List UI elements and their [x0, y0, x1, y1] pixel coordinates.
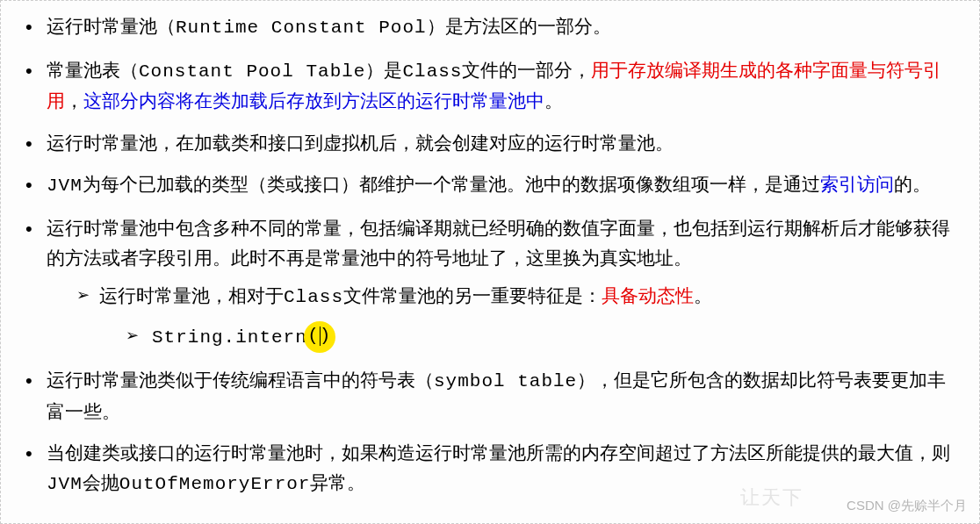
text-segment: 运行时常量池，在加载类和接口到虚拟机后，就会创建对应的运行时常量池。 [47, 133, 674, 153]
text-segment: JVM [47, 474, 83, 494]
bullet-item: 运行时常量池，在加载类和接口到虚拟机后，就会创建对应的运行时常量池。 [18, 128, 962, 158]
text-cursor [320, 327, 321, 346]
text-segment: 当创建类或接口的运行时常量池时，如果构造运行时常量池所需的内存空间超过了方法区所… [47, 442, 950, 463]
bullet-list: 运行时常量池（Runtime Constant Pool）是方法区的一部分。常量… [18, 11, 962, 499]
text-segment: 运行时常量池，相对于 [99, 285, 284, 305]
text-segment: OutOfMemoryError [119, 474, 311, 494]
sub-bullet-item: 运行时常量池，相对于Class文件常量池的另一重要特征是：具备动态性。Strin… [47, 281, 962, 353]
bullet-item: JVM为每个已加载的类型（类或接口）都维护一个常量池。池中的数据项像数组项一样，… [18, 169, 962, 201]
text-segment: JVM [47, 176, 83, 196]
bullet-item: 运行时常量池（Runtime Constant Pool）是方法区的一部分。 [18, 11, 962, 43]
text-segment: 。 [544, 90, 563, 111]
text-segment: ）是 [365, 60, 402, 80]
text-segment: 为每个已加载的类型（类或接口）都维护一个常量池。池中的数据项像数组项一样，是通过 [83, 174, 820, 194]
text-segment: 运行时常量池中包含多种不同的常量，包括编译期就已经明确的数值字面量，也包括到运行… [47, 218, 950, 268]
text-segment: 具备动态性 [602, 285, 694, 305]
bullet-item: 运行时常量池中包含多种不同的常量，包括编译期就已经明确的数值字面量，也包括到运行… [18, 213, 962, 353]
sub-sub-bullet-item: String.intern() [99, 321, 962, 353]
text-segment: 索引访问 [820, 174, 894, 194]
watermark-csdn: CSDN @先赊半个月 [847, 495, 967, 516]
text-segment: 常量池表（ [47, 60, 139, 80]
text-segment: 文件常量池的另一重要特征是： [343, 285, 602, 305]
text-segment: ， [65, 90, 83, 111]
text-segment: ）是方法区的一部分。 [427, 16, 611, 36]
text-segment: Runtime Constant Pool [176, 18, 427, 38]
text-segment: 会抛 [83, 472, 119, 492]
text-segment: 异常。 [310, 472, 365, 492]
code-text: String.intern [152, 327, 307, 348]
text-segment: 的。 [894, 174, 931, 194]
text-segment: symbol table [434, 371, 577, 391]
text-segment: 运行时常量池（ [47, 16, 176, 36]
watermark-faint: 让天下 [740, 482, 803, 513]
text-segment: 文件的一部分， [462, 60, 591, 80]
bullet-item: 运行时常量池类似于传统编程语言中的符号表（symbol table），但是它所包… [18, 365, 962, 426]
text-segment: 运行时常量池类似于传统编程语言中的符号表（ [47, 370, 434, 390]
sub-sub-list: String.intern() [99, 321, 962, 353]
text-segment: Class [284, 287, 343, 307]
text-segment: Constant Pool Table [139, 61, 365, 82]
text-segment: 。 [694, 285, 712, 305]
sub-list: 运行时常量池，相对于Class文件常量池的另一重要特征是：具备动态性。Strin… [47, 281, 962, 353]
bullet-item: 常量池表（Constant Pool Table）是Class文件的一部分，用于… [18, 55, 962, 116]
bullet-item: 当创建类或接口的运行时常量池时，如果构造运行时常量池所需的内存空间超过了方法区所… [18, 438, 962, 499]
text-segment: Class [402, 61, 462, 82]
text-segment: 这部分内容将在类加载后存放到方法区的运行时常量池中 [83, 90, 544, 111]
